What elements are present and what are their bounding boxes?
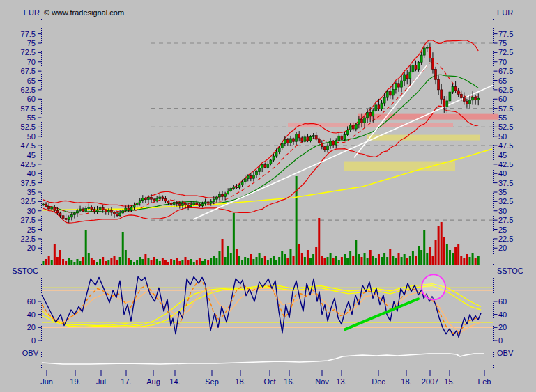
candle-down <box>454 87 457 91</box>
sma20-line <box>43 75 478 212</box>
volume-bar <box>435 240 437 265</box>
volume-bar <box>199 258 201 265</box>
volume-bar <box>389 249 391 265</box>
candle-up <box>210 201 212 203</box>
volume-bar <box>364 253 366 265</box>
candle-up <box>346 130 349 135</box>
candle-down <box>315 136 317 139</box>
candle-down <box>431 58 434 69</box>
candle-down <box>170 203 172 205</box>
time-axis-label: 18. <box>235 378 245 386</box>
candle-down <box>65 218 67 219</box>
volume-bar <box>378 254 380 265</box>
price-tick-label-left: 22.5 <box>21 235 36 242</box>
candle-up <box>43 204 45 205</box>
volume-bar <box>153 257 155 265</box>
candle-down <box>48 206 50 209</box>
price-tick-label-right: 45 <box>498 151 507 159</box>
price-tick-label-right: 37.5 <box>498 179 513 187</box>
candle-up <box>423 48 425 55</box>
candle-down <box>323 147 326 150</box>
volume-bar <box>466 254 468 265</box>
candle-down <box>475 97 477 100</box>
candle-up <box>401 81 403 87</box>
time-axis-label: 17. <box>121 378 131 386</box>
candle-down <box>429 47 431 58</box>
volume-bar <box>107 260 109 265</box>
candle-down <box>318 139 320 143</box>
volume-bar <box>330 253 332 265</box>
candle-up <box>395 84 397 90</box>
volume-bar <box>156 259 158 265</box>
candle-up <box>335 141 337 145</box>
volume-bar <box>241 260 243 265</box>
candle-up <box>247 175 249 178</box>
price-tick-label-right: 40 <box>498 170 507 178</box>
volume-bar <box>431 256 434 265</box>
volume-bar <box>381 257 383 265</box>
volume-bar <box>222 239 224 265</box>
candle-down <box>153 199 155 201</box>
volume-bar <box>85 230 87 265</box>
price-zone <box>344 162 455 171</box>
candle-up <box>85 209 87 212</box>
volume-bar <box>446 244 448 265</box>
candle-up <box>349 125 351 130</box>
volume-bar <box>82 257 84 265</box>
volume-bar <box>449 250 451 265</box>
volume-bar <box>96 262 98 265</box>
sstoc-tick-label-right: 0 <box>498 337 503 345</box>
candle-down <box>341 136 343 139</box>
volume-bar <box>51 260 53 265</box>
sstoc-tick-label-right: 60 <box>498 297 507 305</box>
volume-bar <box>460 256 462 265</box>
candle-up <box>418 62 420 69</box>
volume-bar <box>181 260 183 265</box>
volume-bar <box>418 246 420 265</box>
candle-down <box>415 65 417 70</box>
volume-bar <box>91 258 93 265</box>
candle-down <box>301 138 303 141</box>
obv-line <box>42 354 484 364</box>
price-tick-label-right: 72.5 <box>498 49 513 56</box>
volume-bar <box>190 259 192 265</box>
volume-bar <box>79 261 82 265</box>
volume-bar <box>278 257 280 265</box>
candle-up <box>233 187 235 189</box>
volume-bar <box>247 258 249 265</box>
volume-bar <box>151 260 153 265</box>
volume-bar <box>196 260 198 265</box>
candle-up <box>355 124 357 129</box>
price-tick-label-left: 57.5 <box>21 104 36 112</box>
sstoc-tick-label-left: 20 <box>27 324 36 331</box>
candle-down <box>56 210 59 213</box>
candle-up <box>409 72 411 79</box>
volume-bar <box>323 258 326 265</box>
volume-bar <box>54 244 56 265</box>
volume-bar <box>210 258 212 265</box>
volume-bar <box>159 261 161 265</box>
price-tick-label-left: 37.5 <box>21 179 36 187</box>
price-tick-label-right: 55 <box>498 114 507 122</box>
volume-bar <box>114 256 116 265</box>
price-tick-label-right: 60 <box>498 95 507 103</box>
volume-bar <box>136 260 138 265</box>
time-axis-label: Oct <box>263 378 275 386</box>
volume-bar <box>293 256 295 265</box>
time-axis-label: 19. <box>70 378 80 386</box>
price-tick-label-right: 20 <box>498 244 507 252</box>
candle-down <box>398 84 400 87</box>
candle-up <box>375 105 377 111</box>
price-tick-label-right: 35 <box>498 189 507 196</box>
price-tick-label-right: 32.5 <box>498 198 513 205</box>
volume-bar <box>472 253 474 265</box>
candle-up <box>259 168 261 172</box>
volume-bar <box>386 257 388 265</box>
volume-bar <box>264 256 266 265</box>
volume-bar <box>62 259 64 265</box>
candle-down <box>222 194 224 196</box>
price-tick-label-left: 52.5 <box>21 123 36 131</box>
candle-up <box>133 205 135 207</box>
candle-down <box>286 140 289 143</box>
volume-bar <box>224 257 227 265</box>
